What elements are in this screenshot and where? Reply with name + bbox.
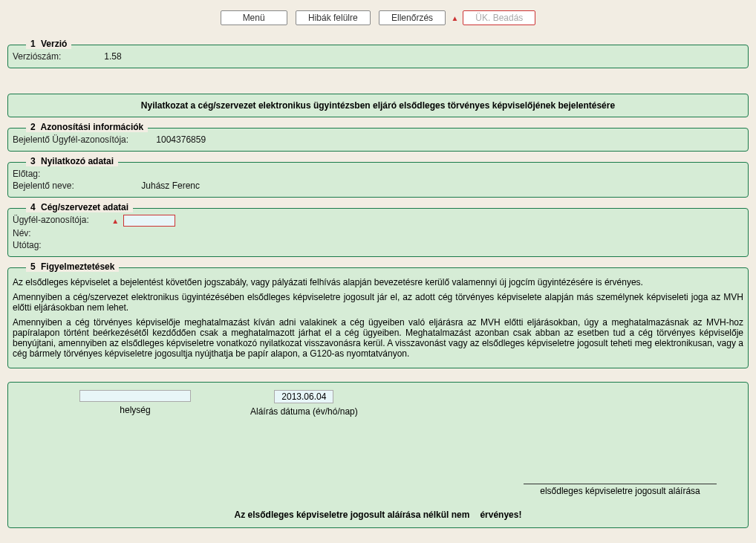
warning-icon: ▲ (451, 14, 458, 22)
section-identification: 2 Azonosítási információk Bejelentő Ügyf… (7, 128, 749, 152)
org-client-id-input[interactable] (123, 215, 175, 227)
warning-paragraph-2: Amennyiben a cég/szervezet elektronikus … (13, 292, 743, 313)
declarant-name-value: Juhász Ferenc (141, 181, 200, 191)
declaration-title: Nyilatkozat a cég/szervezet elektronikus… (7, 94, 749, 117)
version-label: Verziószám: (13, 51, 102, 62)
signature-line-label: elsődleges képviseletre jogosult aláírás… (524, 484, 717, 496)
place-label: helység (79, 405, 191, 415)
prefix-label: Előtag: (13, 169, 139, 179)
org-client-id-label: Ügyfél-azonosítója: (13, 215, 109, 225)
signature-block: helység 2013.06.04 Aláírás dátuma (év/hó… (7, 382, 749, 528)
section-organization: 4 Cég/szervezet adatai Ügyfél-azonosítój… (7, 208, 749, 257)
org-suffix-label: Utótag: (13, 240, 139, 250)
menu-button[interactable]: Menü (221, 10, 287, 25)
section-warnings-legend: 5 Figyelmeztetések (26, 261, 119, 272)
reporter-client-id-label: Bejelentő Ügyfél-azonosítója: (13, 134, 154, 145)
signature-date-label: Aláírás dátuma (év/hó/nap) (250, 406, 358, 417)
section-declarant-legend: 3 Nyilatkozó adatai (26, 156, 118, 166)
submit-button: ÜK. Beadás (463, 10, 535, 25)
footer-validity-note: Az elsődleges képviseletre jogosult aláí… (13, 510, 743, 520)
section-version: 1 Verzió Verziószám: 1.58 (7, 45, 749, 68)
section-organization-legend: 4 Cég/szervezet adatai (26, 202, 133, 212)
declarant-name-label: Bejelentő neve: (13, 181, 139, 191)
warning-icon: ▲ (111, 217, 119, 225)
signature-date-input[interactable]: 2013.06.04 (274, 390, 333, 403)
reporter-client-id-value: 1004376859 (156, 134, 206, 145)
toolbar: Menü Hibák felülre Ellenőrzés ▲ÜK. Beadá… (6, 6, 750, 34)
warning-paragraph-3: Amennyiben a cég törvényes képviselője m… (13, 317, 743, 359)
version-value: 1.58 (104, 51, 121, 62)
section-declarant: 3 Nyilatkozó adatai Előtag: Bejelentő ne… (7, 162, 749, 198)
warning-paragraph-1: Az elsődleges képviselet a bejelentést k… (13, 277, 743, 287)
section-warnings: 5 Figyelmeztetések Az elsődleges képvise… (7, 267, 749, 368)
org-name-label: Név: (13, 228, 139, 238)
check-button[interactable]: Ellenőrzés (379, 10, 446, 25)
section-version-legend: 1 Verzió (26, 39, 71, 49)
errors-up-button[interactable]: Hibák felülre (296, 10, 371, 25)
place-input[interactable] (79, 390, 191, 402)
section-identification-legend: 2 Azonosítási információk (26, 122, 148, 132)
